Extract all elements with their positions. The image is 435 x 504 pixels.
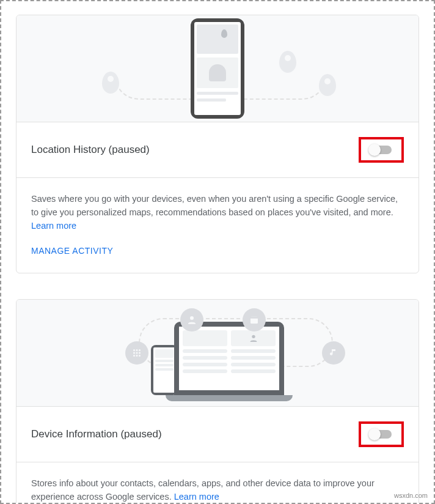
learn-more-link[interactable]: Learn more <box>174 492 219 502</box>
svg-point-7 <box>136 352 138 354</box>
person-icon <box>180 308 203 332</box>
device-information-card: Device Information (paused) Stores info … <box>16 299 419 504</box>
description-text: Saves where you go with your devices, ev… <box>31 194 398 217</box>
card-description: Saves where you go with your devices, ev… <box>31 193 404 232</box>
location-history-illustration <box>16 15 419 122</box>
location-history-toggle-highlight <box>359 137 404 163</box>
watermark-text: wsxdn.com <box>394 492 428 499</box>
svg-point-9 <box>133 355 135 357</box>
map-pin-icon <box>102 72 119 94</box>
learn-more-link[interactable]: Learn more <box>31 221 76 231</box>
calendar-icon <box>243 308 266 332</box>
card-body: Stores info about your contacts, calenda… <box>16 462 419 504</box>
location-history-toggle[interactable] <box>371 146 392 154</box>
map-pin-icon <box>319 74 336 96</box>
svg-point-8 <box>139 352 141 354</box>
grid-apps-icon <box>125 341 148 365</box>
card-title: Location History (paused) <box>31 144 150 156</box>
svg-point-5 <box>139 349 141 351</box>
svg-point-0 <box>190 316 194 320</box>
map-pin-icon <box>279 51 296 73</box>
card-description: Stores info about your contacts, calenda… <box>31 477 404 504</box>
device-information-toggle[interactable] <box>371 430 392 439</box>
card-header-row: Location History (paused) <box>16 122 419 178</box>
music-note-icon <box>322 341 345 365</box>
svg-point-11 <box>139 355 141 357</box>
device-information-illustration <box>16 300 419 407</box>
card-title: Device Information (paused) <box>31 428 162 440</box>
svg-point-6 <box>133 352 135 354</box>
location-history-card: Location History (paused) Saves where yo… <box>16 15 419 273</box>
svg-point-3 <box>133 349 135 351</box>
svg-point-4 <box>136 349 138 351</box>
card-body: Saves where you go with your devices, ev… <box>16 178 419 273</box>
svg-rect-2 <box>250 317 258 319</box>
laptop-illustration <box>174 322 284 395</box>
phone-illustration <box>191 18 244 119</box>
svg-point-12 <box>252 335 255 338</box>
device-information-toggle-highlight <box>359 421 404 447</box>
svg-point-10 <box>136 355 138 357</box>
card-header-row: Device Information (paused) <box>16 407 419 462</box>
manage-activity-link[interactable]: MANAGE ACTIVITY <box>31 246 404 256</box>
